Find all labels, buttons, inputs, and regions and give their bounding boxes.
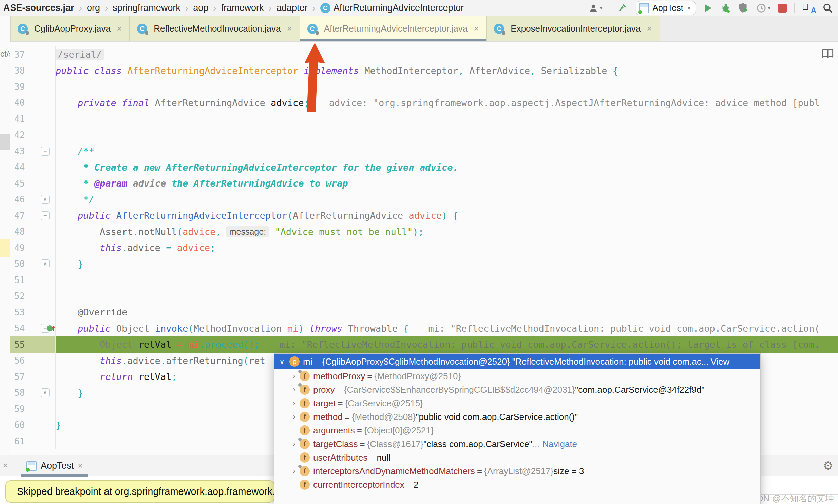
reader-mode-icon[interactable]	[822, 48, 834, 59]
code-token: */	[78, 194, 94, 205]
line-number: 58	[10, 385, 35, 401]
code-line[interactable]: 52	[10, 288, 838, 305]
code-token: invoke	[155, 323, 188, 334]
code-line[interactable]: 41	[10, 111, 838, 127]
editor-tab[interactable]: CAfterReturningAdviceInterceptor.java×	[300, 16, 487, 41]
fold-marker[interactable]: ∧	[41, 388, 50, 397]
code-line[interactable]: 45 * @param advice the AfterReturningAdv…	[10, 175, 838, 192]
close-icon[interactable]: ×	[474, 23, 479, 34]
expand-chevron-icon[interactable]: ›	[289, 372, 300, 380]
code-line[interactable]: 46∧ */	[10, 192, 838, 208]
fold-marker[interactable]: ∧	[41, 259, 50, 268]
close-icon[interactable]: ×	[78, 461, 83, 471]
code-token	[56, 194, 78, 205]
breadcrumb-item[interactable]: org	[87, 3, 100, 13]
code-text: */	[56, 192, 838, 208]
gutter-fold-column	[35, 79, 56, 95]
code-token: .	[133, 227, 139, 237]
expand-chevron-icon[interactable]: ›	[289, 439, 300, 448]
variable-row[interactable]: fuserAttributes=null	[274, 451, 760, 464]
code-line[interactable]: 39	[10, 79, 838, 95]
breakpoint-notification-balloon[interactable]: Skipped breakpoint at org.springframewor…	[5, 480, 275, 503]
panel-divider	[761, 476, 761, 494]
code-token	[56, 227, 100, 237]
close-icon[interactable]: ×	[3, 460, 8, 471]
stop-button[interactable]	[778, 4, 787, 13]
code-text: this.advice = advice;	[56, 240, 838, 256]
user-icon	[588, 3, 599, 13]
expand-chevron-icon[interactable]: ›	[289, 399, 300, 408]
close-icon[interactable]: ×	[647, 23, 652, 34]
code-text: private final AfterReturningAdvice advic…	[56, 95, 838, 111]
code-line[interactable]: 50∧ }	[10, 256, 838, 272]
breadcrumb-item[interactable]: adapter	[277, 3, 308, 13]
code-line[interactable]: 43− /**	[10, 143, 838, 159]
code-line[interactable]: 42	[10, 127, 838, 143]
coverage-button[interactable]	[738, 3, 749, 14]
variable-row[interactable]: ›finterceptorsAndDynamicMethodMatchers={…	[274, 464, 760, 478]
code-line[interactable]: 54−↑ public Object invoke(MethodInvocati…	[10, 321, 838, 337]
run-config-select[interactable]: AopTest ▼	[636, 1, 696, 15]
code-line[interactable]: 44 * Create a new AfterReturningAdviceIn…	[10, 159, 838, 176]
breadcrumb-item[interactable]: AfterReturningAdviceInterceptor	[334, 3, 464, 13]
code-line[interactable]: 49 this.advice = advice;	[10, 240, 838, 256]
code-token: ;	[171, 372, 177, 382]
variable-name: proxy	[313, 384, 335, 395]
variable-row[interactable]: ›fmethod={Method@2508} "public void com.…	[274, 410, 760, 424]
code-token: }	[78, 259, 83, 269]
code-line[interactable]: 51	[10, 272, 838, 288]
variable-popup-header[interactable]: ∨ p mi = {CglibAopProxy$CglibMethodInvoc…	[274, 354, 760, 370]
line-number: 57	[10, 369, 35, 385]
project-panel-edge[interactable]: ct/s	[0, 16, 11, 455]
gear-icon[interactable]: ⚙	[823, 459, 833, 472]
expand-chevron-icon[interactable]: ›	[289, 385, 300, 394]
user-menu-button[interactable]: ▾	[588, 3, 603, 13]
variable-row[interactable]: farguments={Object[0]@2521}	[274, 424, 760, 437]
code-line[interactable]: 55 Object retVal = mi.proceed();mi: "Ref…	[10, 337, 838, 353]
debug-button[interactable]	[720, 3, 731, 14]
build-button[interactable]	[618, 3, 628, 14]
fold-marker[interactable]: −	[41, 147, 50, 156]
editor-tab[interactable]: CReflectiveMethodInvocation.java×	[130, 16, 300, 41]
debugger-variable-popup[interactable]: ∨ p mi = {CglibAopProxy$CglibMethodInvoc…	[274, 354, 761, 504]
translate-button[interactable]: 文̶ A	[802, 2, 815, 14]
breadcrumb-item[interactable]: framework	[221, 3, 264, 13]
breadcrumb-item[interactable]: springframework	[113, 3, 180, 13]
editor-tab[interactable]: CCglibAopProxy.java×	[10, 16, 130, 41]
code-line[interactable]: 37/serial/	[10, 47, 838, 63]
breadcrumb-item[interactable]: aop	[193, 3, 208, 13]
variable-row[interactable]: ›fmethodProxy={MethodProxy@2510}	[274, 370, 760, 383]
close-icon[interactable]: ×	[287, 23, 292, 34]
fold-marker[interactable]: −	[41, 211, 50, 220]
close-icon[interactable]: ×	[117, 23, 122, 34]
scrollbar-thumb[interactable]	[0, 134, 10, 149]
search-everywhere-button[interactable]	[822, 3, 833, 14]
lock-icon	[26, 31, 29, 35]
code-line[interactable]: 48 Assert.notNull(advice,message:"Advice…	[10, 224, 838, 240]
code-line[interactable]: 53 @Override	[10, 304, 838, 321]
project-panel-text-fragment: ct/s	[0, 49, 11, 59]
navigate-link[interactable]: Navigate	[542, 439, 577, 449]
code-line[interactable]: 38public class AfterReturningAdviceInter…	[10, 63, 838, 79]
gutter-fold-column	[35, 369, 56, 385]
expand-chevron-icon[interactable]: ›	[289, 412, 300, 421]
code-line[interactable]: 40 private final AfterReturningAdvice ad…	[10, 95, 838, 111]
profiler-button[interactable]: ▾	[756, 3, 770, 13]
expand-chevron-icon[interactable]: ›	[289, 467, 300, 475]
chevron-down-icon[interactable]: ∨	[274, 357, 289, 366]
editor-tab[interactable]: CExposeInvocationInterceptor.java×	[486, 16, 660, 41]
variable-row[interactable]: ›ftarget={CarService@2515}	[274, 396, 760, 410]
view-link[interactable]: View	[710, 357, 729, 367]
debug-session-tab[interactable]: AopTest ×	[21, 455, 88, 476]
variable-row[interactable]: ›ftargetClass={Class@1617} "class com.ao…	[274, 437, 760, 451]
gutter-fold-column	[35, 433, 56, 449]
variable-row[interactable]: ›fproxy={CarService$$EnhancerBySpringCGL…	[274, 383, 760, 396]
code-token: ,	[458, 66, 469, 76]
class-icon: C	[307, 24, 318, 34]
gutter-fold-column	[35, 337, 56, 353]
run-button[interactable]	[703, 3, 713, 13]
breadcrumb-item[interactable]: ASE-sources.jar	[3, 3, 74, 13]
variable-row[interactable]: fcurrentInterceptorIndex=2	[274, 478, 760, 491]
fold-marker[interactable]: ∧	[41, 195, 50, 204]
code-line[interactable]: 47− public AfterReturningAdviceIntercept…	[10, 208, 838, 224]
